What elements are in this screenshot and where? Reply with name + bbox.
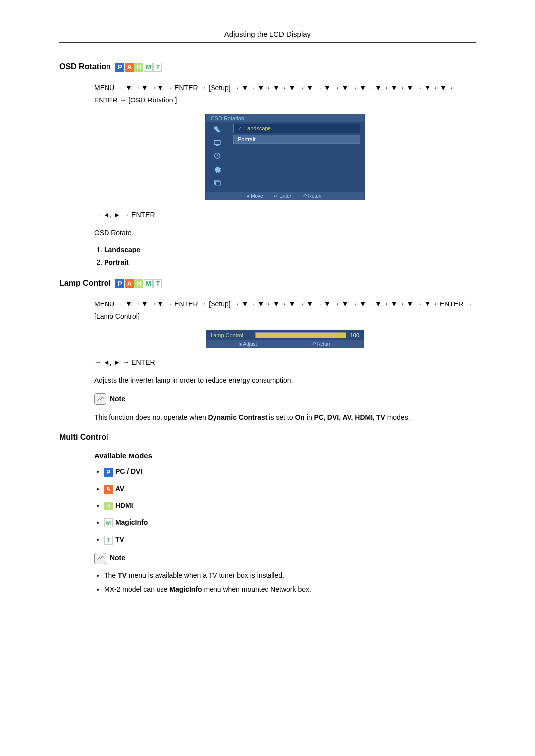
m-icon: M — [144, 279, 153, 288]
m-icon: M — [144, 63, 153, 72]
list-item: A AV — [104, 485, 476, 494]
note-icon — [94, 553, 106, 564]
lamp-nav-path: MENU → ▼ →▼ →▼ → ENTER → [Setup] → ▼→ ▼→… — [94, 298, 476, 323]
osd-content: Landscape Portrait — [229, 122, 364, 192]
text-bold: TV — [118, 571, 127, 579]
list-item: Portrait — [104, 258, 476, 266]
osd-sidebar — [206, 122, 229, 192]
list-item: M MagicInfo — [104, 518, 476, 527]
osd-rotate-label: OSD Rotate — [94, 228, 476, 238]
svg-rect-1 — [216, 145, 218, 145]
osd-nav2: → ◄, ► → ENTER — [94, 210, 476, 220]
note-row: Note — [94, 393, 476, 405]
display-icon — [206, 136, 229, 149]
mode-pc-dvi: PC / DVI — [115, 467, 142, 475]
t-icon: T — [104, 536, 113, 545]
lamp-description: Adjusts the inverter lamp in order to re… — [94, 375, 476, 386]
option-landscape: Landscape — [104, 246, 140, 253]
osd-option-landscape: Landscape — [233, 124, 360, 133]
svg-rect-4 — [216, 182, 220, 185]
h-icon: H — [134, 279, 143, 288]
text: modes. — [385, 413, 410, 421]
mode-hdmi: HDMI — [115, 502, 133, 509]
text: in — [305, 413, 314, 421]
mode-av: AV — [115, 485, 124, 493]
section-osd-rotation-title: OSD Rotation P A H M T — [59, 62, 476, 72]
available-modes-list: P PC / DVI A AV H HDMI M MagicInfo T TV — [94, 467, 476, 544]
screen-icon — [206, 176, 229, 189]
note-label: Note — [110, 554, 125, 561]
list-item: T TV — [104, 535, 476, 544]
svg-rect-0 — [214, 140, 220, 144]
lamp-note-text: This function does not operate when Dyna… — [94, 412, 476, 423]
osd-options-list: Landscape Portrait — [94, 246, 476, 266]
lamp-control-screenshot: Lamp Control 100 ⬗ Adjust ↶ Return — [206, 330, 364, 348]
t-icon: T — [153, 63, 162, 72]
note-row: Note — [94, 553, 476, 564]
option-portrait: Portrait — [104, 258, 129, 266]
lamp-osd-label: Lamp Control — [211, 332, 255, 338]
mode-tv: TV — [115, 535, 124, 543]
footer-rule — [59, 613, 476, 613]
list-item: The TV menu is available when a TV tuner… — [104, 571, 476, 579]
lamp-value: 100 — [350, 332, 359, 338]
osd-footer-enter: ↵ Enter — [274, 193, 291, 199]
multi-control-notes: The TV menu is available when a TV tuner… — [94, 571, 476, 593]
mode-magicinfo: MagicInfo — [115, 518, 148, 526]
text: MX-2 model can use — [104, 585, 169, 593]
p-icon: P — [104, 468, 113, 477]
lamp-nav2: → ◄, ► → ENTER — [94, 357, 476, 368]
list-item: P PC / DVI — [104, 467, 476, 476]
p-icon: P — [115, 279, 124, 288]
text: The — [104, 571, 118, 579]
osd-option-portrait: Portrait — [233, 135, 360, 144]
h-icon: H — [104, 502, 113, 510]
osd-footer: ♦ Move ↵ Enter ↶ Return — [206, 192, 364, 200]
a-icon: A — [104, 485, 113, 494]
mode-icons: P A H M T — [115, 279, 162, 288]
gear-icon — [206, 162, 229, 176]
list-item: Landscape — [104, 246, 476, 253]
text-bold: On — [295, 413, 304, 421]
text: menu when mounted Network box. — [202, 585, 311, 593]
clock-icon — [206, 149, 229, 162]
osd-nav-path: MENU → ▼ →▼ →▼ → ENTER → [Setup] → ▼→ ▼→… — [94, 82, 476, 106]
osd-rotation-label: OSD Rotation — [59, 62, 111, 71]
page: Adjusting the LCD Display OSD Rotation P… — [0, 0, 535, 643]
note-icon — [94, 393, 106, 405]
t-icon: T — [153, 279, 162, 288]
lamp-footer-return: ↶ Return — [312, 341, 332, 347]
m-icon: M — [104, 518, 113, 527]
section-lamp-control-title: Lamp Control P A H M T — [59, 279, 476, 288]
text: is set to — [267, 413, 295, 421]
page-header: Adjusting the LCD Display — [59, 30, 476, 42]
p-icon: P — [115, 63, 124, 72]
list-item: H HDMI — [104, 502, 476, 510]
multi-control-label: Multi Control — [59, 433, 108, 441]
text-bold: Dynamic Contrast — [208, 413, 268, 421]
lamp-footer-adjust: ⬗ Adjust — [238, 341, 257, 347]
a-icon: A — [125, 279, 134, 288]
header-rule — [59, 42, 476, 43]
a-icon: A — [125, 63, 134, 72]
text-bold: PC, DVI, AV, HDMI, TV — [314, 413, 385, 421]
osd-footer-move: ♦ Move — [247, 193, 263, 199]
osd-menu-title: OSD Rotation — [206, 114, 364, 122]
osd-footer-return: ↶ Return — [303, 193, 323, 199]
list-item: MX-2 model can use MagicInfo menu when m… — [104, 585, 476, 593]
h-icon: H — [134, 63, 143, 72]
text: This function does not operate when — [94, 413, 208, 421]
text: menu is available when a TV tuner box is… — [127, 571, 284, 579]
lamp-slider — [255, 332, 346, 338]
section-multi-control-title: Multi Control — [59, 433, 476, 442]
tool-icon — [206, 122, 229, 136]
text-bold: MagicInfo — [169, 585, 202, 593]
mode-icons: P A H M T — [115, 63, 162, 72]
available-modes-title: Available Modes — [94, 452, 476, 460]
note-label: Note — [110, 395, 125, 403]
osd-rotation-screenshot: OSD Rotation — [205, 114, 365, 200]
lamp-control-label: Lamp Control — [59, 279, 111, 287]
